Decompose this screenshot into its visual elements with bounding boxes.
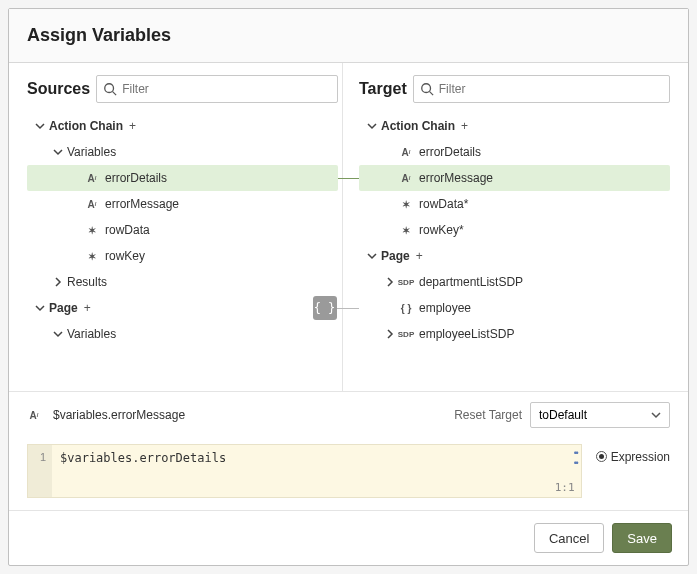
editor-resize-handle[interactable]: • •• • bbox=[574, 448, 577, 468]
editor-content[interactable]: $variables.errorDetails bbox=[52, 445, 581, 497]
tree-item-error-details[interactable]: A/ errorDetails bbox=[27, 165, 338, 191]
object-mapping-icon[interactable]: { } bbox=[313, 296, 337, 320]
tree-node-page[interactable]: Page + bbox=[359, 243, 670, 269]
sources-panel: Sources Action Chain + Variables bbox=[23, 63, 342, 391]
tree-node-variables[interactable]: Variables bbox=[27, 139, 338, 165]
svg-point-0 bbox=[105, 84, 114, 93]
expression-editor[interactable]: 1 $variables.errorDetails • •• • 1:1 bbox=[27, 444, 582, 498]
chevron-down-icon bbox=[367, 121, 377, 131]
chevron-down-icon bbox=[53, 329, 63, 339]
sources-filter[interactable] bbox=[96, 75, 338, 103]
target-filter-input[interactable] bbox=[439, 82, 663, 96]
tree-label: Action Chain bbox=[49, 119, 123, 133]
plus-icon[interactable]: + bbox=[84, 301, 91, 315]
tree-label: Variables bbox=[67, 327, 116, 341]
tree-label: Results bbox=[67, 275, 107, 289]
sources-filter-input[interactable] bbox=[122, 82, 331, 96]
svg-line-1 bbox=[113, 92, 117, 96]
tree-item-row-key[interactable]: ✶ rowKey bbox=[27, 243, 338, 269]
chevron-down-icon bbox=[651, 410, 661, 420]
expression-mode-radio[interactable]: Expression bbox=[596, 444, 670, 498]
dialog-actions: Cancel Save bbox=[9, 510, 688, 565]
tree-item-employee[interactable]: { } employee bbox=[359, 295, 670, 321]
type-sdp-icon: SDP bbox=[399, 275, 413, 289]
reset-target-label: Reset Target bbox=[454, 408, 522, 422]
tree-node-action-chain[interactable]: Action Chain + bbox=[27, 113, 338, 139]
tree-node-action-chain[interactable]: Action Chain + bbox=[359, 113, 670, 139]
tree-item-department-list-sdp[interactable]: SDP departmentListSDP bbox=[359, 269, 670, 295]
tree-node-results[interactable]: Results bbox=[27, 269, 338, 295]
chevron-down-icon bbox=[367, 251, 377, 261]
type-any-icon: ✶ bbox=[399, 223, 413, 237]
type-string-icon: A/ bbox=[399, 171, 413, 185]
tree-label: errorMessage bbox=[419, 171, 493, 185]
tree-item-error-message[interactable]: A/ errorMessage bbox=[27, 191, 338, 217]
tree-label: errorDetails bbox=[419, 145, 481, 159]
tree-item-error-details[interactable]: A/ errorDetails bbox=[359, 139, 670, 165]
type-string-icon: A/ bbox=[85, 171, 99, 185]
tree-item-row-data[interactable]: ✶ rowData bbox=[27, 217, 338, 243]
target-filter[interactable] bbox=[413, 75, 670, 103]
sources-tree: Action Chain + Variables A/ errorDetails bbox=[27, 113, 338, 347]
dialog-title: Assign Variables bbox=[27, 25, 670, 46]
search-icon bbox=[103, 82, 117, 96]
type-any-icon: ✶ bbox=[85, 223, 99, 237]
tree-label: rowKey bbox=[105, 249, 145, 263]
mapping-info-bar: A/ $variables.errorMessage Reset Target … bbox=[9, 391, 688, 438]
tree-item-employee-list-sdp[interactable]: SDP employeeListSDP bbox=[359, 321, 670, 347]
tree-label: errorMessage bbox=[105, 197, 179, 211]
tree-label: employeeListSDP bbox=[419, 327, 514, 341]
svg-point-2 bbox=[421, 84, 430, 93]
type-object-icon: { } bbox=[399, 301, 413, 315]
chevron-down-icon bbox=[35, 303, 45, 313]
variable-path-text: $variables.errorMessage bbox=[53, 408, 185, 422]
type-string-icon: A/ bbox=[399, 145, 413, 159]
target-title: Target bbox=[359, 80, 407, 98]
plus-icon[interactable]: + bbox=[129, 119, 136, 133]
tree-label: Variables bbox=[67, 145, 116, 159]
cancel-button[interactable]: Cancel bbox=[534, 523, 604, 553]
tree-item-row-data[interactable]: ✶ rowData* bbox=[359, 191, 670, 217]
mapping-connector bbox=[338, 178, 359, 179]
plus-icon[interactable]: + bbox=[461, 119, 468, 133]
tree-label: rowData bbox=[105, 223, 150, 237]
search-icon bbox=[420, 82, 434, 96]
tree-label: Page bbox=[381, 249, 410, 263]
chevron-right-icon bbox=[53, 277, 63, 287]
radio-icon bbox=[596, 451, 607, 462]
chevron-right-icon bbox=[385, 329, 395, 339]
assign-variables-dialog: Assign Variables Sources Action Chain + bbox=[8, 8, 689, 566]
editor-cursor-position: 1:1 bbox=[555, 481, 575, 494]
tree-label: employee bbox=[419, 301, 471, 315]
chevron-down-icon bbox=[53, 147, 63, 157]
expression-label: Expression bbox=[611, 450, 670, 464]
tree-node-page-variables[interactable]: Variables bbox=[27, 321, 338, 347]
tree-label: Action Chain bbox=[381, 119, 455, 133]
type-sdp-icon: SDP bbox=[399, 327, 413, 341]
tree-label: rowKey* bbox=[419, 223, 464, 237]
expression-editor-row: 1 $variables.errorDetails • •• • 1:1 Exp… bbox=[9, 438, 688, 510]
sources-title: Sources bbox=[27, 80, 90, 98]
tree-label: rowData* bbox=[419, 197, 468, 211]
chevron-down-icon bbox=[35, 121, 45, 131]
tree-label: errorDetails bbox=[105, 171, 167, 185]
tree-label: Page bbox=[49, 301, 78, 315]
type-string-icon: A/ bbox=[85, 197, 99, 211]
type-any-icon: ✶ bbox=[399, 197, 413, 211]
tree-item-row-key[interactable]: ✶ rowKey* bbox=[359, 217, 670, 243]
editor-gutter: 1 bbox=[28, 445, 52, 497]
plus-icon[interactable]: + bbox=[416, 249, 423, 263]
reset-target-select[interactable]: toDefault bbox=[530, 402, 670, 428]
tree-label: departmentListSDP bbox=[419, 275, 523, 289]
mapping-connector bbox=[337, 308, 360, 309]
save-button[interactable]: Save bbox=[612, 523, 672, 553]
chevron-right-icon bbox=[385, 277, 395, 287]
tree-node-page[interactable]: Page + bbox=[27, 295, 338, 321]
target-variable-path: A/ $variables.errorMessage bbox=[27, 408, 185, 422]
target-tree: Action Chain + A/ errorDetails A/ errorM… bbox=[359, 113, 670, 347]
select-value: toDefault bbox=[539, 408, 587, 422]
type-string-icon: A/ bbox=[27, 408, 41, 422]
dialog-header: Assign Variables bbox=[9, 9, 688, 63]
tree-item-error-message[interactable]: A/ errorMessage bbox=[359, 165, 670, 191]
type-any-icon: ✶ bbox=[85, 249, 99, 263]
